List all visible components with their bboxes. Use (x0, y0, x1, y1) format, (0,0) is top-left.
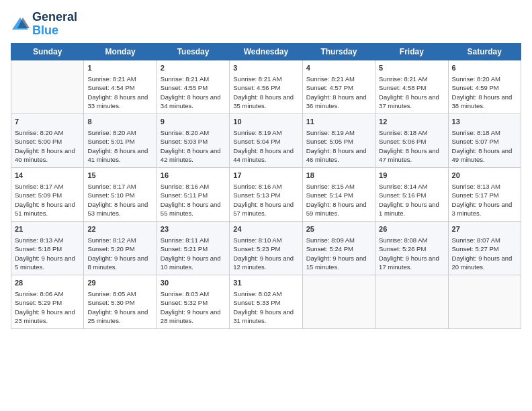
day-number: 3 (233, 63, 298, 73)
cell-info: Sunrise: 8:14 AM Sunset: 5:16 PM Dayligh… (379, 183, 439, 217)
cell-info: Sunrise: 8:21 AM Sunset: 4:57 PM Dayligh… (306, 75, 367, 109)
day-number: 27 (452, 224, 517, 234)
day-number: 26 (379, 224, 444, 234)
cell-info: Sunrise: 8:20 AM Sunset: 5:03 PM Dayligh… (161, 129, 221, 163)
calendar-header-row: SundayMondayTuesdayWednesdayThursdayFrid… (11, 43, 521, 60)
day-number: 22 (87, 224, 152, 234)
column-header-friday: Friday (375, 43, 448, 60)
calendar-cell: 29Sunrise: 8:05 AM Sunset: 5:30 PM Dayli… (84, 275, 157, 328)
day-number: 2 (161, 63, 226, 73)
day-number: 24 (233, 224, 298, 234)
column-header-wednesday: Wednesday (230, 43, 302, 60)
cell-info: Sunrise: 8:06 AM Sunset: 5:29 PM Dayligh… (15, 290, 75, 324)
calendar-table: SundayMondayTuesdayWednesdayThursdayFrid… (11, 43, 521, 329)
cell-info: Sunrise: 8:21 AM Sunset: 4:55 PM Dayligh… (161, 75, 221, 109)
day-number: 1 (87, 63, 152, 73)
cell-info: Sunrise: 8:05 AM Sunset: 5:30 PM Dayligh… (87, 290, 148, 324)
week-row-0: 1Sunrise: 8:21 AM Sunset: 4:54 PM Daylig… (11, 60, 521, 113)
calendar-cell: 18Sunrise: 8:15 AM Sunset: 5:14 PM Dayli… (302, 167, 375, 221)
cell-info: Sunrise: 8:21 AM Sunset: 4:56 PM Dayligh… (233, 75, 294, 109)
day-number: 21 (15, 224, 80, 234)
calendar-cell: 1Sunrise: 8:21 AM Sunset: 4:54 PM Daylig… (84, 60, 157, 113)
calendar-cell: 27Sunrise: 8:07 AM Sunset: 5:27 PM Dayli… (448, 221, 521, 275)
day-number: 10 (233, 117, 298, 127)
cell-info: Sunrise: 8:11 AM Sunset: 5:21 PM Dayligh… (161, 236, 221, 271)
calendar-cell: 11Sunrise: 8:19 AM Sunset: 5:05 PM Dayli… (302, 113, 375, 167)
cell-info: Sunrise: 8:10 AM Sunset: 5:23 PM Dayligh… (233, 236, 294, 271)
cell-info: Sunrise: 8:20 AM Sunset: 4:59 PM Dayligh… (452, 75, 513, 109)
calendar-cell: 26Sunrise: 8:08 AM Sunset: 5:26 PM Dayli… (375, 221, 448, 275)
day-number: 28 (15, 278, 80, 288)
day-number: 11 (306, 117, 371, 127)
cell-info: Sunrise: 8:09 AM Sunset: 5:24 PM Dayligh… (306, 236, 367, 271)
calendar-cell: 31Sunrise: 8:02 AM Sunset: 5:33 PM Dayli… (230, 275, 302, 328)
cell-info: Sunrise: 8:17 AM Sunset: 5:09 PM Dayligh… (15, 183, 75, 217)
calendar-cell: 10Sunrise: 8:19 AM Sunset: 5:04 PM Dayli… (230, 113, 302, 167)
calendar-cell (448, 275, 521, 328)
calendar-cell: 19Sunrise: 8:14 AM Sunset: 5:16 PM Dayli… (375, 167, 448, 221)
day-number: 4 (306, 63, 371, 73)
calendar-cell: 7Sunrise: 8:20 AM Sunset: 5:00 PM Daylig… (11, 113, 84, 167)
cell-info: Sunrise: 8:18 AM Sunset: 5:06 PM Dayligh… (379, 129, 439, 163)
calendar-cell: 22Sunrise: 8:12 AM Sunset: 5:20 PM Dayli… (84, 221, 157, 275)
cell-info: Sunrise: 8:13 AM Sunset: 5:18 PM Dayligh… (15, 236, 75, 271)
calendar-cell: 20Sunrise: 8:13 AM Sunset: 5:17 PM Dayli… (448, 167, 521, 221)
day-number: 15 (87, 171, 152, 181)
cell-info: Sunrise: 8:08 AM Sunset: 5:26 PM Dayligh… (379, 236, 439, 271)
calendar-cell: 15Sunrise: 8:17 AM Sunset: 5:10 PM Dayli… (84, 167, 157, 221)
calendar-cell: 23Sunrise: 8:11 AM Sunset: 5:21 PM Dayli… (157, 221, 229, 275)
calendar-cell: 5Sunrise: 8:21 AM Sunset: 4:58 PM Daylig… (375, 60, 448, 113)
day-number: 31 (233, 278, 298, 288)
day-number: 12 (379, 117, 444, 127)
calendar-cell: 2Sunrise: 8:21 AM Sunset: 4:55 PM Daylig… (157, 60, 229, 113)
cell-info: Sunrise: 8:15 AM Sunset: 5:14 PM Dayligh… (306, 183, 367, 217)
day-number: 20 (452, 171, 517, 181)
day-number: 29 (87, 278, 152, 288)
calendar-cell: 30Sunrise: 8:03 AM Sunset: 5:32 PM Dayli… (157, 275, 229, 328)
day-number: 5 (379, 63, 444, 73)
day-number: 13 (452, 117, 517, 127)
logo-icon (11, 15, 30, 34)
calendar-cell: 4Sunrise: 8:21 AM Sunset: 4:57 PM Daylig… (302, 60, 375, 113)
calendar-cell: 16Sunrise: 8:16 AM Sunset: 5:11 PM Dayli… (157, 167, 229, 221)
calendar-cell: 21Sunrise: 8:13 AM Sunset: 5:18 PM Dayli… (11, 221, 84, 275)
cell-info: Sunrise: 8:16 AM Sunset: 5:13 PM Dayligh… (233, 183, 294, 217)
day-number: 17 (233, 171, 298, 181)
logo: General Blue (11, 11, 77, 38)
calendar-cell: 25Sunrise: 8:09 AM Sunset: 5:24 PM Dayli… (302, 221, 375, 275)
cell-info: Sunrise: 8:16 AM Sunset: 5:11 PM Dayligh… (161, 183, 221, 217)
week-row-3: 21Sunrise: 8:13 AM Sunset: 5:18 PM Dayli… (11, 221, 521, 275)
cell-info: Sunrise: 8:13 AM Sunset: 5:17 PM Dayligh… (452, 183, 513, 217)
day-number: 6 (452, 63, 517, 73)
cell-info: Sunrise: 8:19 AM Sunset: 5:04 PM Dayligh… (233, 129, 294, 163)
day-number: 9 (161, 117, 226, 127)
calendar-cell: 3Sunrise: 8:21 AM Sunset: 4:56 PM Daylig… (230, 60, 302, 113)
week-row-4: 28Sunrise: 8:06 AM Sunset: 5:29 PM Dayli… (11, 275, 521, 328)
header: General Blue (11, 11, 521, 38)
day-number: 18 (306, 171, 371, 181)
calendar-body: 1Sunrise: 8:21 AM Sunset: 4:54 PM Daylig… (11, 60, 521, 328)
cell-info: Sunrise: 8:21 AM Sunset: 4:54 PM Dayligh… (87, 75, 148, 109)
column-header-saturday: Saturday (448, 43, 521, 60)
column-header-monday: Monday (84, 43, 157, 60)
cell-info: Sunrise: 8:12 AM Sunset: 5:20 PM Dayligh… (87, 236, 148, 271)
calendar-cell (375, 275, 448, 328)
week-row-2: 14Sunrise: 8:17 AM Sunset: 5:09 PM Dayli… (11, 167, 521, 221)
calendar-cell: 24Sunrise: 8:10 AM Sunset: 5:23 PM Dayli… (230, 221, 302, 275)
calendar-cell (302, 275, 375, 328)
calendar-cell: 8Sunrise: 8:20 AM Sunset: 5:01 PM Daylig… (84, 113, 157, 167)
week-row-1: 7Sunrise: 8:20 AM Sunset: 5:00 PM Daylig… (11, 113, 521, 167)
cell-info: Sunrise: 8:02 AM Sunset: 5:33 PM Dayligh… (233, 290, 294, 324)
cell-info: Sunrise: 8:21 AM Sunset: 4:58 PM Dayligh… (379, 75, 439, 109)
column-header-sunday: Sunday (11, 43, 84, 60)
cell-info: Sunrise: 8:18 AM Sunset: 5:07 PM Dayligh… (452, 129, 513, 163)
calendar-cell (11, 60, 84, 113)
day-number: 19 (379, 171, 444, 181)
calendar-cell: 14Sunrise: 8:17 AM Sunset: 5:09 PM Dayli… (11, 167, 84, 221)
calendar-cell: 13Sunrise: 8:18 AM Sunset: 5:07 PM Dayli… (448, 113, 521, 167)
calendar-cell: 17Sunrise: 8:16 AM Sunset: 5:13 PM Dayli… (230, 167, 302, 221)
day-number: 7 (15, 117, 80, 127)
cell-info: Sunrise: 8:19 AM Sunset: 5:05 PM Dayligh… (306, 129, 367, 163)
day-number: 25 (306, 224, 371, 234)
day-number: 30 (161, 278, 226, 288)
